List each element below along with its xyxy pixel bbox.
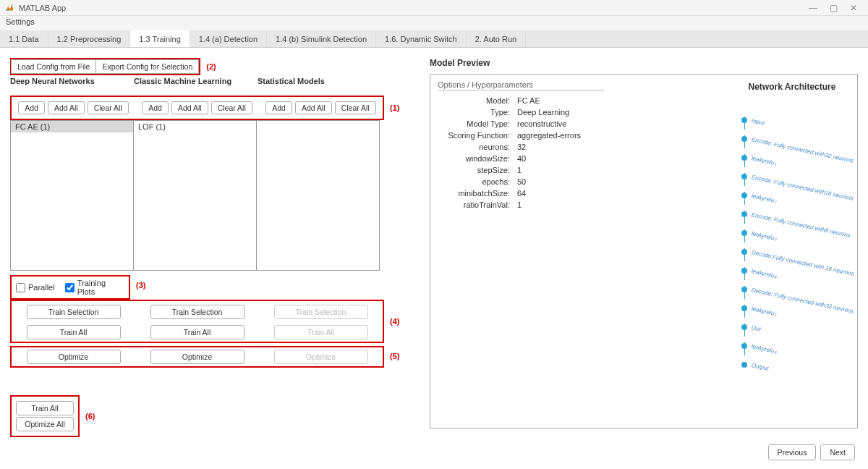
layer-node: leakyrelu₁ [741, 148, 856, 167]
optimize-all-global-button[interactable]: Optimize All [16, 417, 74, 431]
tab-2-auto-run[interactable]: 2. Auto Run [467, 30, 527, 47]
layer-dot-icon [741, 305, 747, 311]
layer-dot-icon [741, 324, 747, 330]
close-button[interactable]: ✕ [843, 3, 864, 13]
model-list[interactable]: LOF (1) [133, 120, 257, 271]
layer-label: Out [751, 324, 761, 332]
clearall-button[interactable]: Clear All [211, 101, 252, 114]
layer-node: Out [741, 318, 856, 337]
param-key: Model Type: [438, 119, 517, 128]
list-item[interactable]: FC AE (1) [11, 121, 133, 132]
add-button[interactable]: Add [265, 101, 292, 114]
tab-1-3-training[interactable]: 1.3 Training [130, 30, 190, 47]
optimize-button[interactable]: Optimize [27, 350, 121, 364]
footer-nav: Previous Next [768, 444, 855, 460]
add-button[interactable]: Add [18, 101, 45, 114]
annotation-2: (2) [206, 62, 216, 71]
train-sel-button: Train Selection [274, 305, 368, 319]
optimize-button: Optimize [274, 350, 368, 364]
global-actions-group: Train All Optimize All [10, 395, 80, 437]
layer-node: leakyrelu₅ [741, 299, 856, 318]
clearall-button[interactable]: Clear All [88, 101, 129, 114]
training-plots-checkbox-label[interactable]: Training Plots [65, 279, 124, 296]
layer-node: leakyrelu₂ [741, 186, 856, 205]
param-key: epochs: [438, 177, 517, 186]
annotation-3: (3) [136, 281, 145, 290]
addall-button[interactable]: Add All [171, 101, 208, 114]
train-all-button[interactable]: Train All [27, 325, 121, 339]
column-heading: Statistical Models [258, 75, 381, 85]
optimize-button[interactable]: Optimize [150, 350, 244, 364]
layer-dot-icon [741, 287, 747, 292]
export-config-button[interactable]: Export Config for Selection [95, 59, 199, 74]
training-plots-checkbox[interactable] [65, 283, 75, 292]
layer-dot-icon [741, 249, 747, 255]
param-value: 32 [517, 143, 526, 151]
maximize-button[interactable]: ▢ [823, 3, 843, 13]
list-item[interactable]: LOF (1) [134, 121, 256, 132]
add-buttons-group: AddAdd AllClear AllAddAdd AllClear AllAd… [10, 96, 384, 120]
tab-1-6-dynamic-switch[interactable]: 1.6. Dynamic Switch [376, 30, 467, 47]
layer-label: Input [751, 117, 765, 127]
layer-dot-icon [741, 174, 747, 179]
model-list[interactable] [256, 120, 380, 271]
param-value: 64 [517, 189, 526, 198]
parallel-checkbox-label[interactable]: Parallel [16, 283, 55, 292]
train-sel-button[interactable]: Train Selection [27, 305, 121, 319]
previous-button[interactable]: Previous [768, 444, 817, 460]
menu-settings[interactable]: Settings [6, 17, 35, 26]
param-value: 1 [517, 200, 522, 209]
add-button[interactable]: Add [142, 101, 169, 114]
next-button[interactable]: Next [820, 444, 855, 460]
title-bar: MATLAB App — ▢ ✕ [0, 0, 868, 16]
layer-label: leakyrelu₁ [751, 155, 777, 166]
parallel-checkbox[interactable] [16, 283, 25, 292]
model-list[interactable]: FC AE (1) [10, 120, 134, 271]
load-config-button[interactable]: Load Config from File [11, 59, 96, 74]
layer-label: Output [751, 362, 769, 372]
param-key: stepSize: [438, 166, 517, 174]
layer-label: leakyrelu₄ [751, 268, 777, 279]
architecture-heading: Network Architecture [741, 82, 843, 92]
tab-1-4-a-detection[interactable]: 1.4 (a) Detection [190, 30, 267, 47]
param-value: 40 [517, 154, 526, 163]
tab-1-2-preprocessing[interactable]: 1.2 Preprocessing [48, 30, 131, 47]
tab-bar: 1.1 Data1.2 Preprocessing1.3 Training1.4… [0, 30, 868, 48]
minimize-button[interactable]: — [803, 3, 823, 13]
layer-dot-icon [741, 362, 747, 368]
train-all-global-button[interactable]: Train All [16, 401, 74, 415]
param-key: Scoring Function: [438, 131, 517, 140]
network-architecture-diagram: InputEncode: Fully connected with32 neur… [741, 111, 856, 374]
layer-node: leakyrelu₆ [741, 337, 856, 355]
annotation-4: (4) [390, 317, 399, 326]
layer-label: leakyrelu₂ [751, 193, 777, 204]
annotation-5: (5) [390, 352, 399, 360]
param-key: Model: [438, 96, 517, 105]
layer-dot-icon [741, 211, 747, 217]
config-button-group: Load Config from File Export Config for … [10, 58, 200, 75]
addall-button[interactable]: Add All [295, 101, 332, 114]
tab-1-4-b-simulink-detection[interactable]: 1.4 (b) Simulink Detection [267, 30, 376, 47]
tab-1-1-data[interactable]: 1.1 Data [0, 30, 48, 47]
annotation-6: (6) [85, 412, 95, 421]
param-key: minibatchSize: [438, 189, 517, 198]
layer-dot-icon [741, 230, 747, 236]
train-buttons-group: Train SelectionTrain SelectionTrain Sele… [10, 300, 384, 343]
train-all-button[interactable]: Train All [150, 325, 244, 339]
param-value: reconstructive [517, 119, 566, 128]
layer-dot-icon [741, 268, 747, 274]
layer-node: Encode: Fully connected with16 neurons [741, 167, 856, 186]
layer-dot-icon [741, 343, 747, 349]
train-sel-button[interactable]: Train Selection [150, 305, 244, 319]
column-heading: Deep Neural Networks [10, 75, 134, 85]
layer-dot-icon [741, 155, 747, 161]
layer-label: leakyrelu₃ [751, 230, 777, 242]
addall-button[interactable]: Add All [48, 101, 85, 114]
layer-node: leakyrelu₃ [741, 224, 856, 242]
param-value: aggregated-errors [517, 131, 581, 140]
layer-node: Encode: Fully connected with32 neurons [741, 130, 856, 148]
param-key: neurons: [438, 143, 517, 151]
layer-node: Decode:Fully connected with 16 neurons [741, 242, 856, 261]
hyperparams-heading: Options / Hyperparameters [438, 80, 604, 90]
clearall-button[interactable]: Clear All [335, 101, 376, 114]
